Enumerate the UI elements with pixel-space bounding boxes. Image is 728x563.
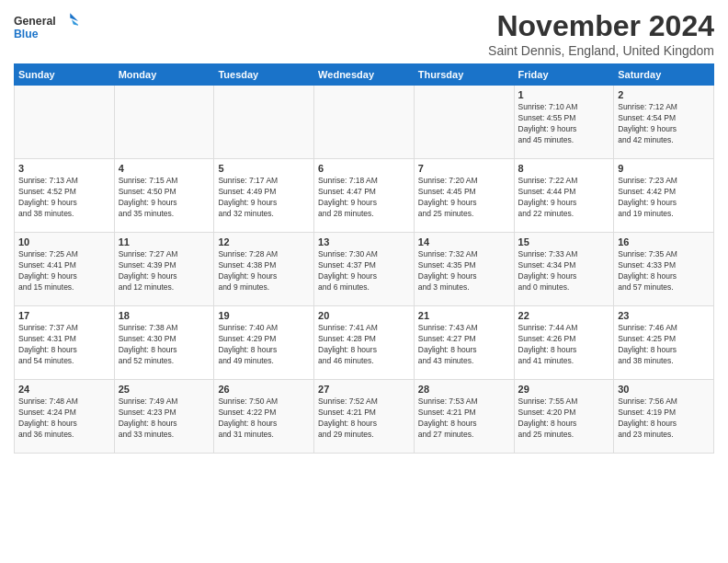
day-info: Sunrise: 7:22 AM Sunset: 4:44 PM Dayligh… xyxy=(518,176,610,220)
col-saturday: Saturday xyxy=(614,64,714,86)
day-info: Sunrise: 7:56 AM Sunset: 4:19 PM Dayligh… xyxy=(618,396,710,441)
day-number: 7 xyxy=(418,163,510,174)
title-block: November 2024 Saint Dennis, England, Uni… xyxy=(488,9,714,58)
calendar-cell: 28Sunrise: 7:53 AM Sunset: 4:21 PM Dayli… xyxy=(414,380,514,454)
calendar-cell xyxy=(15,86,115,159)
calendar-week-2: 10Sunrise: 7:25 AM Sunset: 4:41 PM Dayli… xyxy=(15,233,714,306)
day-number: 14 xyxy=(418,236,510,247)
day-info: Sunrise: 7:15 AM Sunset: 4:50 PM Dayligh… xyxy=(119,176,210,220)
day-info: Sunrise: 7:50 AM Sunset: 4:22 PM Dayligh… xyxy=(218,396,310,441)
day-number: 27 xyxy=(318,384,410,395)
calendar-cell: 1Sunrise: 7:10 AM Sunset: 4:55 PM Daylig… xyxy=(514,86,614,159)
day-number: 2 xyxy=(618,89,710,100)
day-number: 19 xyxy=(218,310,310,321)
day-number: 8 xyxy=(518,163,610,174)
day-number: 22 xyxy=(518,310,610,321)
calendar-cell: 4Sunrise: 7:15 AM Sunset: 4:50 PM Daylig… xyxy=(114,159,214,233)
calendar-cell: 27Sunrise: 7:52 AM Sunset: 4:21 PM Dayli… xyxy=(314,380,415,454)
day-number: 3 xyxy=(18,163,110,174)
day-number: 16 xyxy=(618,236,710,247)
calendar-cell: 15Sunrise: 7:33 AM Sunset: 4:34 PM Dayli… xyxy=(514,233,614,306)
calendar-cell: 12Sunrise: 7:28 AM Sunset: 4:38 PM Dayli… xyxy=(214,233,314,306)
col-friday: Friday xyxy=(514,64,614,86)
day-number: 5 xyxy=(218,163,310,174)
calendar-cell: 2Sunrise: 7:12 AM Sunset: 4:54 PM Daylig… xyxy=(614,86,714,159)
day-info: Sunrise: 7:43 AM Sunset: 4:27 PM Dayligh… xyxy=(418,323,510,367)
calendar-cell xyxy=(214,86,314,159)
calendar-cell: 7Sunrise: 7:20 AM Sunset: 4:45 PM Daylig… xyxy=(414,159,514,233)
day-info: Sunrise: 7:18 AM Sunset: 4:47 PM Dayligh… xyxy=(318,176,410,220)
calendar-week-1: 3Sunrise: 7:13 AM Sunset: 4:52 PM Daylig… xyxy=(15,159,714,233)
calendar-cell: 23Sunrise: 7:46 AM Sunset: 4:25 PM Dayli… xyxy=(614,306,714,380)
svg-text:General: General xyxy=(14,15,56,28)
day-number: 13 xyxy=(318,236,410,247)
day-info: Sunrise: 7:37 AM Sunset: 4:31 PM Dayligh… xyxy=(18,323,110,367)
day-info: Sunrise: 7:20 AM Sunset: 4:45 PM Dayligh… xyxy=(418,176,510,220)
month-title: November 2024 xyxy=(488,9,714,43)
header-row: General Blue November 2024 Saint Dennis,… xyxy=(14,9,714,58)
day-number: 30 xyxy=(618,384,710,395)
day-info: Sunrise: 7:28 AM Sunset: 4:38 PM Dayligh… xyxy=(218,249,310,293)
day-number: 20 xyxy=(318,310,410,321)
day-number: 1 xyxy=(518,89,610,100)
calendar-cell: 24Sunrise: 7:48 AM Sunset: 4:24 PM Dayli… xyxy=(15,380,115,454)
calendar-cell: 18Sunrise: 7:38 AM Sunset: 4:30 PM Dayli… xyxy=(114,306,214,380)
day-info: Sunrise: 7:13 AM Sunset: 4:52 PM Dayligh… xyxy=(18,176,110,220)
day-info: Sunrise: 7:52 AM Sunset: 4:21 PM Dayligh… xyxy=(318,396,410,441)
col-thursday: Thursday xyxy=(414,64,514,86)
calendar-cell: 13Sunrise: 7:30 AM Sunset: 4:37 PM Dayli… xyxy=(314,233,415,306)
calendar-body: 1Sunrise: 7:10 AM Sunset: 4:55 PM Daylig… xyxy=(15,86,714,454)
day-info: Sunrise: 7:44 AM Sunset: 4:26 PM Dayligh… xyxy=(518,323,610,367)
day-info: Sunrise: 7:35 AM Sunset: 4:33 PM Dayligh… xyxy=(618,249,710,293)
day-number: 29 xyxy=(518,384,610,395)
col-monday: Monday xyxy=(114,64,214,86)
calendar-cell: 9Sunrise: 7:23 AM Sunset: 4:42 PM Daylig… xyxy=(614,159,714,233)
day-number: 9 xyxy=(618,163,710,174)
subtitle: Saint Dennis, England, United Kingdom xyxy=(488,43,714,58)
day-info: Sunrise: 7:49 AM Sunset: 4:23 PM Dayligh… xyxy=(119,396,210,441)
svg-marker-2 xyxy=(70,13,78,21)
calendar-cell xyxy=(414,86,514,159)
calendar-cell: 16Sunrise: 7:35 AM Sunset: 4:33 PM Dayli… xyxy=(614,233,714,306)
day-number: 26 xyxy=(218,384,310,395)
calendar-cell xyxy=(114,86,214,159)
day-number: 18 xyxy=(119,310,210,321)
calendar-week-4: 24Sunrise: 7:48 AM Sunset: 4:24 PM Dayli… xyxy=(15,380,714,454)
day-info: Sunrise: 7:38 AM Sunset: 4:30 PM Dayligh… xyxy=(119,323,210,367)
day-number: 12 xyxy=(218,236,310,247)
day-info: Sunrise: 7:12 AM Sunset: 4:54 PM Dayligh… xyxy=(618,102,710,146)
day-info: Sunrise: 7:27 AM Sunset: 4:39 PM Dayligh… xyxy=(119,249,210,293)
day-info: Sunrise: 7:41 AM Sunset: 4:28 PM Dayligh… xyxy=(318,323,410,367)
calendar-cell: 26Sunrise: 7:50 AM Sunset: 4:22 PM Dayli… xyxy=(214,380,314,454)
col-wednesday: Wednesday xyxy=(314,64,415,86)
day-number: 11 xyxy=(119,236,210,247)
day-number: 4 xyxy=(119,163,210,174)
day-number: 17 xyxy=(18,310,110,321)
day-info: Sunrise: 7:17 AM Sunset: 4:49 PM Dayligh… xyxy=(218,176,310,220)
day-info: Sunrise: 7:46 AM Sunset: 4:25 PM Dayligh… xyxy=(618,323,710,367)
day-info: Sunrise: 7:30 AM Sunset: 4:37 PM Dayligh… xyxy=(318,249,410,293)
calendar-cell: 19Sunrise: 7:40 AM Sunset: 4:29 PM Dayli… xyxy=(214,306,314,380)
col-sunday: Sunday xyxy=(15,64,115,86)
calendar-week-3: 17Sunrise: 7:37 AM Sunset: 4:31 PM Dayli… xyxy=(15,306,714,380)
calendar-cell: 10Sunrise: 7:25 AM Sunset: 4:41 PM Dayli… xyxy=(15,233,115,306)
svg-text:Blue: Blue xyxy=(14,28,39,40)
calendar-cell: 30Sunrise: 7:56 AM Sunset: 4:19 PM Dayli… xyxy=(614,380,714,454)
day-number: 21 xyxy=(418,310,510,321)
calendar-cell: 20Sunrise: 7:41 AM Sunset: 4:28 PM Dayli… xyxy=(314,306,415,380)
day-info: Sunrise: 7:55 AM Sunset: 4:20 PM Dayligh… xyxy=(518,396,610,441)
day-info: Sunrise: 7:40 AM Sunset: 4:29 PM Dayligh… xyxy=(218,323,310,367)
day-info: Sunrise: 7:33 AM Sunset: 4:34 PM Dayligh… xyxy=(518,249,610,293)
day-info: Sunrise: 7:32 AM Sunset: 4:35 PM Dayligh… xyxy=(418,249,510,293)
calendar-cell: 11Sunrise: 7:27 AM Sunset: 4:39 PM Dayli… xyxy=(114,233,214,306)
day-number: 6 xyxy=(318,163,410,174)
calendar-cell: 21Sunrise: 7:43 AM Sunset: 4:27 PM Dayli… xyxy=(414,306,514,380)
day-info: Sunrise: 7:10 AM Sunset: 4:55 PM Dayligh… xyxy=(518,102,610,146)
logo: General Blue xyxy=(14,9,78,46)
calendar-cell: 5Sunrise: 7:17 AM Sunset: 4:49 PM Daylig… xyxy=(214,159,314,233)
calendar-cell: 3Sunrise: 7:13 AM Sunset: 4:52 PM Daylig… xyxy=(15,159,115,233)
day-number: 23 xyxy=(618,310,710,321)
logo-svg: General Blue xyxy=(14,9,78,46)
calendar-cell: 17Sunrise: 7:37 AM Sunset: 4:31 PM Dayli… xyxy=(15,306,115,380)
day-info: Sunrise: 7:48 AM Sunset: 4:24 PM Dayligh… xyxy=(18,396,110,441)
